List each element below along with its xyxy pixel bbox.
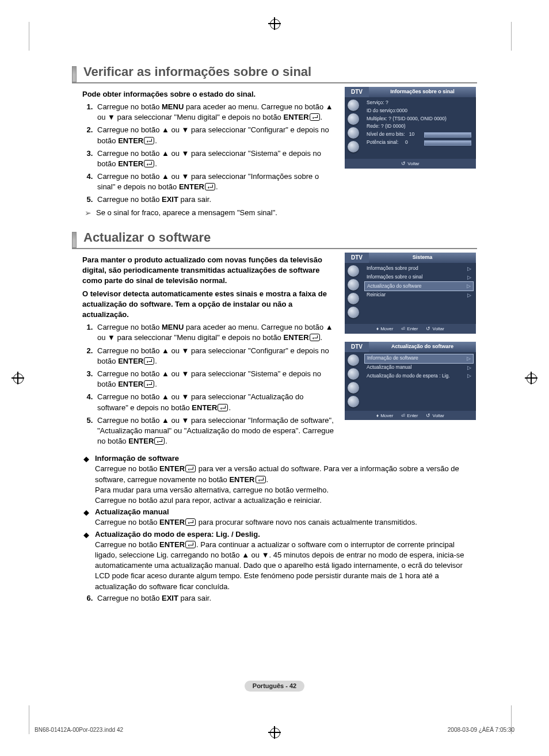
osd-line-error-bits: Nível de erro bits: 10 xyxy=(364,131,474,139)
diamond-bullet-icon: ◆ xyxy=(83,454,89,506)
meta-filename: BN68-01412A-00Por-0223.indd 42 xyxy=(35,726,123,734)
osd-footer: ↺Voltar xyxy=(345,159,476,169)
osd-menu-item: Actualização do modo de espera : Lig.▷ xyxy=(364,372,474,380)
osd-main: Informação de software▷ Actualização man… xyxy=(362,352,476,411)
bullet-title: Actualização manual xyxy=(95,507,477,517)
return-icon: ↺ xyxy=(426,412,430,419)
note-row: ➢ Se o sinal for fraco, aparece a mensag… xyxy=(85,208,336,219)
osd-line: Rede: ? (ID 0000) xyxy=(364,123,474,131)
intro-text: O televisor detecta automaticamente este… xyxy=(82,289,336,320)
osd-body: Serviço: ? ID do serviço:0000 Multiplex:… xyxy=(345,97,476,159)
bullet-item: ◆ Actualização do modo de espera: Lig. /… xyxy=(83,529,477,592)
osd-header: DTV Informações sobre o sinal xyxy=(345,87,476,97)
step-item: Carregue no botão MENU para aceder ao me… xyxy=(95,322,336,343)
osd-line-signal-power: Potência sinal: 0 xyxy=(364,139,474,147)
crop-mark xyxy=(511,22,512,51)
step-item: Carregue no botão EXIT para sair. xyxy=(95,194,336,205)
section-body-2: Para manter o produto actualizado com no… xyxy=(72,253,477,449)
chevron-right-icon: ▷ xyxy=(467,265,471,273)
step-item: Carregue no botão ▲ ou ▼ para selecciona… xyxy=(95,392,336,413)
label: Informação de software xyxy=(367,355,418,362)
return-icon: ↺ xyxy=(426,325,430,333)
label: Actualização do software xyxy=(367,283,422,290)
osd-main: Serviço: ? ID do serviço:0000 Multiplex:… xyxy=(362,97,476,159)
step-item: Carregue no botão ▲ ou ▼ para selecciona… xyxy=(95,125,336,146)
osd-system-menu: DTV Sistema Informações sobre prod▷ Inf xyxy=(345,253,476,334)
label: Actualização do modo de espera : Lig. xyxy=(367,373,450,380)
osd-signal-info: DTV Informações sobre o sinal Serviço: ? xyxy=(345,87,476,169)
diamond-bullet-icon: ◆ xyxy=(83,530,89,592)
steps-list-continuation: Carregue no botão EXIT para sair. xyxy=(82,593,477,604)
label: Enter xyxy=(407,413,418,419)
step-item: Carregue no botão ▲ ou ▼ para selecciona… xyxy=(95,415,336,447)
bullet-list: ◆ Informação de software Carregue no bot… xyxy=(72,453,477,591)
label: Enter xyxy=(407,326,418,332)
osd-side-icon xyxy=(348,354,359,366)
intro-text: Para manter o produto actualizado com no… xyxy=(82,255,336,287)
heading-bar-icon xyxy=(72,232,77,248)
osd-software-update-menu: DTV Actualização do software Informação … xyxy=(345,342,476,420)
enter-icon xyxy=(144,137,154,144)
osd-line: Serviço: ? xyxy=(364,99,474,107)
chevron-right-icon: ▷ xyxy=(467,282,471,290)
osd-line: ID do serviço:0000 xyxy=(364,107,474,115)
note-arrow-icon: ➢ xyxy=(85,208,92,219)
crop-mark xyxy=(29,22,29,51)
step-item: Carregue no botão MENU para aceder ao me… xyxy=(95,102,336,123)
osd-side-icon xyxy=(348,382,359,394)
label: Nível de erro bits: xyxy=(367,131,405,137)
osd-footer-enter: ⏎Enter xyxy=(401,412,418,419)
label: Voltar xyxy=(432,326,444,332)
value: 0 xyxy=(405,139,408,145)
enter-icon xyxy=(205,183,215,190)
page-footer: Português - 42 xyxy=(0,681,549,692)
label: Actualização manual xyxy=(367,364,411,371)
meta-footer: BN68-01412A-00Por-0223.indd 42 2008-03-0… xyxy=(35,726,514,734)
osd-menu-item-selected: Actualização do software▷ xyxy=(364,281,474,291)
osd-header: DTV Actualização do software xyxy=(345,342,476,352)
osd-main: Informações sobre prod▷ Informações sobr… xyxy=(362,263,476,324)
osd-menu-item: Informações sobre prod▷ xyxy=(364,265,474,273)
osd-sidebar xyxy=(345,263,362,324)
osd-tab: DTV xyxy=(345,253,369,263)
heading-text: Verificar as informações sobre o sinal xyxy=(83,63,311,81)
bullet-item: ◆ Actualização manual Carregue no botão … xyxy=(83,507,477,528)
osd-menu-item: Informações sobre o sinal▷ xyxy=(364,273,474,282)
progress-bar-icon xyxy=(424,140,471,146)
enter-icon xyxy=(218,404,228,411)
label: Potência sinal: xyxy=(367,139,398,145)
osd-column: DTV Sistema Informações sobre prod▷ Inf xyxy=(345,253,477,449)
intro-text: Pode obter informações sobre o estado do… xyxy=(82,89,336,100)
osd-header: DTV Sistema xyxy=(345,253,476,263)
chevron-right-icon: ▷ xyxy=(467,292,471,299)
osd-side-icon xyxy=(348,396,359,407)
enter-icon xyxy=(185,518,196,526)
enter-icon xyxy=(154,437,165,445)
label: Reiniciar xyxy=(367,292,386,299)
step-item: Carregue no botão EXIT para sair. xyxy=(95,593,477,604)
osd-footer-return: ↺Voltar xyxy=(426,325,444,333)
value: 10 xyxy=(409,131,414,137)
osd-side-icon xyxy=(348,307,359,318)
page: Verificar as informações sobre o sinal P… xyxy=(0,0,549,756)
progress-bar-icon xyxy=(424,132,471,138)
text-column: Para manter o produto actualizado com no… xyxy=(72,253,336,449)
enter-icon xyxy=(144,357,154,365)
enter-icon xyxy=(185,541,196,548)
osd-footer-move: ♦Mover xyxy=(376,325,393,333)
label: Voltar xyxy=(432,413,444,419)
meta-timestamp: 2008-03-09 ¿ÀÈÄ 7:05:30 xyxy=(448,726,514,734)
bullet-title: Informação de software xyxy=(95,453,477,464)
crop-mark xyxy=(29,705,29,734)
osd-footer: ♦Mover ⏎Enter ↺Voltar xyxy=(345,411,476,421)
osd-menu-item: Actualização manual▷ xyxy=(364,364,474,372)
osd-body: Informações sobre prod▷ Informações sobr… xyxy=(345,263,476,324)
diamond-bullet-icon: ◆ xyxy=(83,507,89,528)
osd-title: Sistema xyxy=(369,253,476,263)
section-heading-software-update: Actualizar o software xyxy=(72,229,477,249)
chevron-right-icon: ▷ xyxy=(467,355,471,362)
osd-line: Multiplex: ? (TSID 0000, ONID 0000) xyxy=(364,115,474,123)
osd-tab: DTV xyxy=(345,87,369,97)
osd-footer: ♦Mover ⏎Enter ↺Voltar xyxy=(345,324,476,334)
osd-footer-return: ↺Voltar xyxy=(401,160,419,167)
